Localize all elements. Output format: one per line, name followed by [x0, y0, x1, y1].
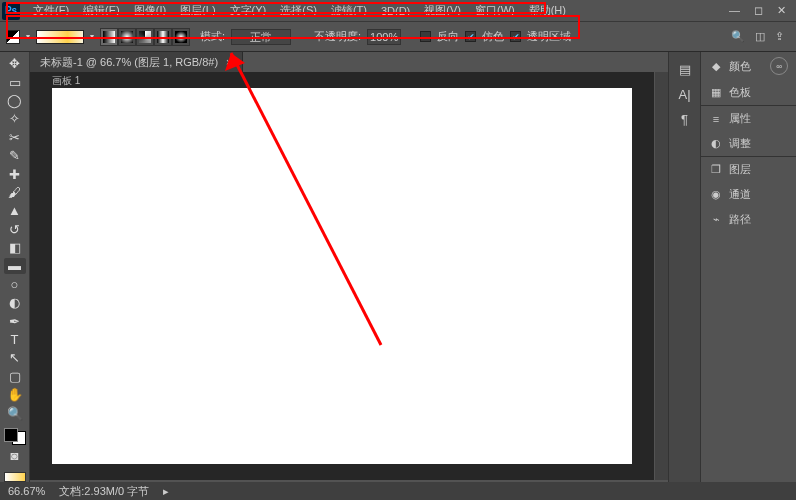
- artboard-label: 画板 1: [52, 74, 80, 88]
- char-icon[interactable]: A|: [678, 87, 690, 102]
- marquee-tool[interactable]: ▭: [4, 74, 26, 89]
- paths-icon: ⌁: [709, 213, 723, 226]
- menu-3d[interactable]: 3D(D): [374, 5, 417, 17]
- gradient-tool-icon[interactable]: [6, 30, 20, 44]
- mode-label: 模式:: [200, 29, 225, 44]
- chevron-down-icon[interactable]: ▾: [26, 32, 30, 41]
- frame-icon[interactable]: ◫: [755, 30, 765, 43]
- share-icon[interactable]: ⇪: [775, 30, 784, 43]
- gradient-angle-button[interactable]: [136, 28, 154, 46]
- menu-image[interactable]: 图像(I): [127, 3, 173, 18]
- gradient-reflected-button[interactable]: [154, 28, 172, 46]
- stamp-tool[interactable]: ▲: [4, 203, 26, 218]
- adjust-icon: ◐: [709, 137, 723, 150]
- color-icon: ◆: [709, 60, 723, 73]
- quickmask-tool[interactable]: ◙: [4, 448, 26, 463]
- dodge-tool[interactable]: ◐: [4, 295, 26, 310]
- color-swap[interactable]: [4, 428, 26, 445]
- menu-file[interactable]: 文件(F): [26, 3, 76, 18]
- lasso-tool[interactable]: ◯: [4, 93, 26, 108]
- para-icon[interactable]: ¶: [681, 112, 688, 127]
- brush-tool[interactable]: 🖌: [4, 185, 26, 200]
- panel-paths[interactable]: 路径: [729, 212, 751, 227]
- move-tool[interactable]: ✥: [4, 56, 26, 71]
- wand-tool[interactable]: ✧: [4, 111, 26, 126]
- scrollbar-vertical[interactable]: [655, 72, 669, 480]
- window-min-icon[interactable]: —: [729, 4, 740, 17]
- opacity-label: 不透明度:: [314, 29, 361, 44]
- zoom-tool[interactable]: 🔍: [4, 405, 26, 420]
- chevron-down-icon[interactable]: ⌄: [297, 32, 304, 41]
- panel-properties[interactable]: 属性: [729, 111, 751, 126]
- dither-checkbox[interactable]: ✔: [465, 31, 476, 42]
- status-doc: 文档:2.93M/0 字节: [59, 484, 149, 499]
- transparent-label: 透明区域: [527, 29, 571, 44]
- menu-view[interactable]: 视图(V): [417, 3, 468, 18]
- panel-swatches[interactable]: 色板: [729, 85, 751, 100]
- reverse-label: 反向: [437, 29, 459, 44]
- properties-icon: ≡: [709, 113, 723, 125]
- menu-layer[interactable]: 图层(L): [173, 3, 222, 18]
- path-tool[interactable]: ↖: [4, 350, 26, 365]
- chevron-down-icon[interactable]: ▾: [90, 32, 94, 41]
- menu-type[interactable]: 文字(Y): [223, 3, 274, 18]
- swatch-preview[interactable]: [4, 472, 26, 482]
- shape-tool[interactable]: ▢: [4, 369, 26, 384]
- menu-edit[interactable]: 编辑(E): [76, 3, 127, 18]
- cc-icon[interactable]: ∞: [770, 57, 788, 75]
- panel-color[interactable]: 颜色: [729, 59, 751, 74]
- panel-layers[interactable]: 图层: [729, 162, 751, 177]
- swatches-icon: ▦: [709, 86, 723, 99]
- gradient-diamond-button[interactable]: [172, 28, 190, 46]
- heal-tool[interactable]: ✚: [4, 166, 26, 181]
- tools-panel: ✥ ▭ ◯ ✧ ✂ ✎ ✚ 🖌 ▲ ↺ ◧ ▬ ○ ◐ ✒ T ↖ ▢ ✋ 🔍 …: [0, 52, 30, 482]
- document-tab[interactable]: 未标题-1 @ 66.7% (图层 1, RGB/8#) ×: [30, 52, 243, 72]
- hist-icon[interactable]: ▤: [679, 62, 691, 77]
- opacity-input[interactable]: 100%: [367, 29, 401, 45]
- gradient-preview[interactable]: [36, 30, 84, 44]
- blur-tool[interactable]: ○: [4, 277, 26, 292]
- collapsed-panels: ▤ A| ¶: [668, 52, 700, 482]
- app-logo: Ps: [2, 2, 20, 20]
- gradient-tool[interactable]: ▬: [4, 258, 26, 273]
- menu-window[interactable]: 窗口(W): [468, 3, 522, 18]
- layers-icon: ❐: [709, 163, 723, 176]
- window-close-icon[interactable]: ✕: [777, 4, 786, 17]
- eyedropper-tool[interactable]: ✎: [4, 148, 26, 163]
- type-tool[interactable]: T: [4, 332, 26, 347]
- menu-help[interactable]: 帮助(H): [522, 3, 573, 18]
- menu-filter[interactable]: 滤镜(T): [324, 3, 374, 18]
- menu-select[interactable]: 选择(S): [273, 3, 324, 18]
- status-chevron-icon[interactable]: ▸: [163, 485, 169, 498]
- crop-tool[interactable]: ✂: [4, 130, 26, 145]
- artboard[interactable]: [52, 88, 632, 464]
- hand-tool[interactable]: ✋: [4, 387, 26, 402]
- gradient-linear-button[interactable]: [100, 28, 118, 46]
- eraser-tool[interactable]: ◧: [4, 240, 26, 255]
- mode-select[interactable]: 正常: [231, 29, 291, 45]
- gradient-radial-button[interactable]: [118, 28, 136, 46]
- reverse-checkbox[interactable]: [420, 31, 431, 42]
- tab-title: 未标题-1 @ 66.7% (图层 1, RGB/8#): [40, 55, 218, 70]
- close-icon[interactable]: ×: [226, 57, 232, 68]
- search-icon[interactable]: 🔍: [731, 30, 745, 43]
- window-max-icon[interactable]: ◻: [754, 4, 763, 17]
- dither-label: 仿色: [482, 29, 504, 44]
- status-zoom: 66.67%: [8, 485, 45, 497]
- panel-adjust[interactable]: 调整: [729, 136, 751, 151]
- chevron-down-icon[interactable]: ⌄: [407, 32, 414, 41]
- panel-channels[interactable]: 通道: [729, 187, 751, 202]
- transparent-checkbox[interactable]: ✔: [510, 31, 521, 42]
- history-brush-tool[interactable]: ↺: [4, 222, 26, 237]
- canvas-area[interactable]: 画板 1: [30, 72, 654, 480]
- channels-icon: ◉: [709, 188, 723, 201]
- pen-tool[interactable]: ✒: [4, 313, 26, 328]
